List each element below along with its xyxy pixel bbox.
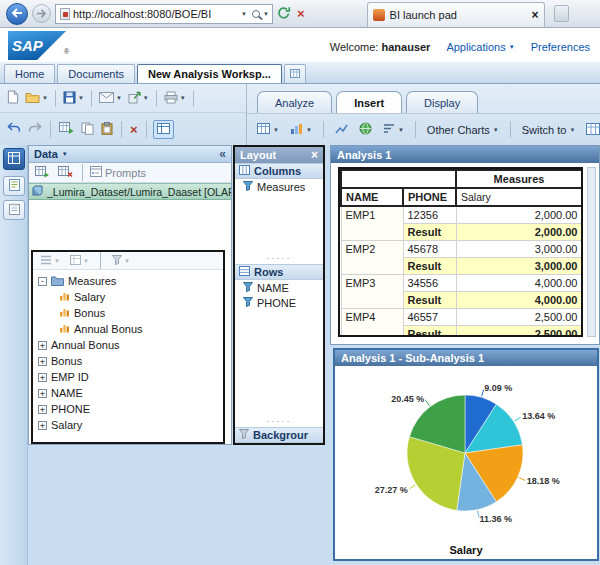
tab-display[interactable]: Display [406,91,478,113]
export-button[interactable]: ▼ [126,89,151,108]
result-value-cell[interactable]: 2,500.00 [456,326,582,338]
salary-cell[interactable]: 2,500.00 [456,309,582,326]
tree-group-button[interactable]: ▼ [68,253,91,269]
phone-cell[interactable]: 45678 [403,241,456,258]
result-value-cell[interactable]: 4,000.00 [456,292,582,309]
tree-view-dropdown-icon[interactable]: ▼ [54,258,60,264]
outline-panel-toggle-button[interactable] [3,200,25,220]
expand-node-icon[interactable]: + [38,421,47,430]
close-layout-icon[interactable]: × [311,149,318,161]
rows-item-name[interactable]: NAME [235,280,323,295]
tab-new-analysis-workspace[interactable]: New Analysis Worksp... [137,64,282,83]
measures-header-cell[interactable]: Measures [456,170,582,188]
salary-cell[interactable]: 4,000.00 [456,275,582,292]
save-dropdown-icon[interactable]: ▼ [78,95,84,101]
redo-button[interactable] [26,120,44,138]
refresh-icon[interactable] [277,6,291,22]
browser-tab[interactable]: BI launch pad × [367,2,545,27]
name-cell[interactable]: EMP3 [341,275,403,309]
phone-cell[interactable]: 46557 [403,309,456,326]
send-button[interactable]: ▼ [97,90,124,107]
open-dropdown-icon[interactable]: ▼ [42,95,48,101]
save-button[interactable]: ▼ [61,89,86,108]
tree-item-dimension[interactable]: + PHONE [33,401,223,417]
sub-analysis-header[interactable]: Analysis 1 - Sub-Analysis 1 [335,350,597,366]
collapse-panel-icon[interactable]: « [219,148,226,160]
switch-layout-button[interactable] [583,121,600,139]
tree-group-dropdown-icon[interactable]: ▼ [83,258,89,264]
line-chart-button[interactable] [332,121,351,139]
paste-button[interactable] [99,120,115,139]
stop-icon[interactable]: × [295,7,307,20]
tree-item-measure-bonus[interactable]: Bonus [33,305,223,321]
collapse-node-icon[interactable]: - [38,277,47,286]
switch-to-button[interactable]: Switch to ▼ [519,122,579,138]
outline-toggle-button[interactable] [153,120,174,139]
tree-item-dimension[interactable]: + EMP ID [33,369,223,385]
expand-node-icon[interactable]: + [38,389,47,398]
expand-node-icon[interactable]: + [38,357,47,366]
data-panel-header[interactable]: Data ▼ « [29,146,231,163]
pie-chart-button[interactable] [356,120,375,139]
add-data-source-button[interactable] [33,164,52,182]
crosstab-dropdown-icon[interactable]: ▼ [273,127,279,133]
switch-to-dropdown-icon[interactable]: ▼ [569,127,575,133]
tab-home[interactable]: Home [4,64,55,83]
splitter-handle[interactable]: ····· [235,417,323,427]
column-header-salary[interactable]: Salary [456,188,582,206]
send-dropdown-icon[interactable]: ▼ [116,95,122,101]
workspace-panel-button[interactable] [3,148,25,170]
browser-back-button[interactable] [6,3,28,25]
tree-item-measures[interactable]: - Measures [33,273,223,289]
expand-node-icon[interactable]: + [38,341,47,350]
tab-documents[interactable]: Documents [57,64,135,83]
new-tab-button[interactable] [554,5,569,22]
search-icon[interactable] [252,10,260,18]
tab-insert[interactable]: Insert [336,91,402,113]
data-title-dropdown-icon[interactable]: ▼ [62,151,68,157]
tree-item-dimension[interactable]: + NAME [33,385,223,401]
result-label-cell[interactable]: Result [403,224,456,241]
sort-dropdown-icon[interactable]: ▼ [398,127,404,133]
rows-item-phone[interactable]: PHONE [235,295,323,310]
tab-pin-button[interactable] [284,64,306,83]
splitter-handle[interactable]: ····· [235,254,323,264]
column-header-phone[interactable]: PHONE [403,188,456,206]
export-dropdown-icon[interactable]: ▼ [143,95,149,101]
dataset-item[interactable]: _Lumira_Dataset/Lumira_Daaset [OLAP_H [29,183,231,200]
tree-item-dimension[interactable]: + Annual Bonus [33,337,223,353]
tree-filter-dropdown-icon[interactable]: ▼ [124,258,130,264]
insert-chart-button[interactable]: ▼ [287,121,315,139]
insert-data-button[interactable] [57,120,76,138]
print-button[interactable]: ▼ [162,89,188,108]
result-value-cell[interactable]: 2,000.00 [456,224,582,241]
columns-section[interactable]: Columns [235,163,323,179]
copy-button[interactable] [79,120,96,139]
expand-node-icon[interactable]: + [38,373,47,382]
vertical-scrollbar[interactable] [587,167,596,337]
salary-cell[interactable]: 3,000.00 [456,241,582,258]
columns-item-measures[interactable]: Measures [235,179,323,194]
phone-cell[interactable]: 34556 [403,275,456,292]
tree-view-button[interactable]: ▼ [38,253,62,269]
name-cell[interactable]: EMP2 [341,241,403,275]
expand-node-icon[interactable]: + [38,405,47,414]
analysis-panel-header[interactable]: Analysis 1 [331,146,599,163]
result-label-cell[interactable]: Result [403,292,456,309]
remove-data-source-button[interactable] [56,164,75,182]
other-charts-button[interactable]: Other Charts ▼ [424,122,502,138]
salary-cell[interactable]: 2,000.00 [456,206,582,224]
new-document-button[interactable] [5,88,21,108]
delete-button[interactable]: × [128,121,140,138]
address-bar[interactable]: http://localhost:8080/BOE/BI ▼ ▼ [55,4,273,24]
applications-menu[interactable]: Applications▼ [446,41,514,53]
result-value-cell[interactable]: 3,000.00 [456,258,582,275]
result-label-cell[interactable]: Result [403,258,456,275]
print-dropdown-icon[interactable]: ▼ [180,95,186,101]
name-cell[interactable]: EMP1 [341,206,403,241]
background-section[interactable]: Backgrour [235,427,323,443]
open-button[interactable]: ▼ [23,89,50,107]
url-text[interactable]: http://localhost:8080/BOE/BI [73,8,238,20]
preferences-link[interactable]: Preferences [531,41,590,53]
layout-panel-header[interactable]: Layout × [235,147,323,163]
